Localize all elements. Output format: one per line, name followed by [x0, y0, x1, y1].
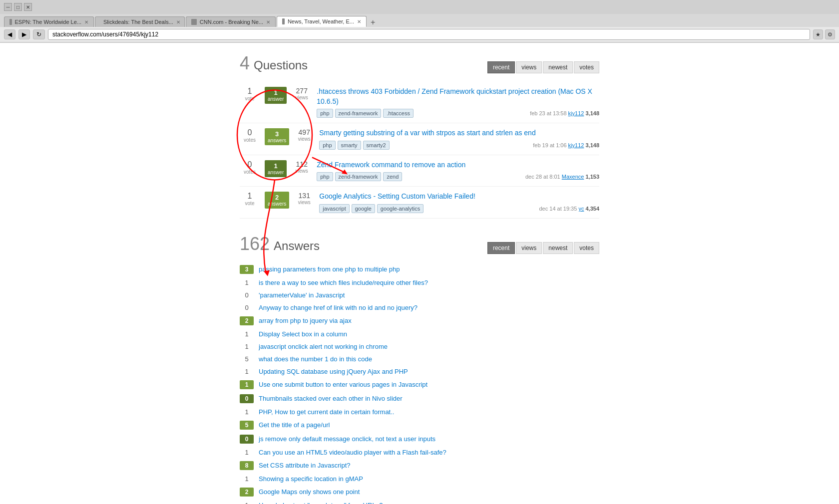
answer-row: 5 Get the title of a page/url: [240, 418, 599, 432]
minimize-btn[interactable]: ─: [4, 3, 12, 11]
tag[interactable]: zend: [383, 172, 402, 181]
tab-close-espn[interactable]: ✕: [84, 19, 88, 25]
answer-row: 5 what does the number 1 do in this code: [240, 353, 599, 365]
settings-icon[interactable]: ⚙: [825, 29, 835, 39]
answer-label: answer: [268, 96, 284, 102]
view-count: 277: [292, 87, 312, 95]
answer-text-link[interactable]: PHP, How to get current date in certain …: [259, 408, 394, 416]
answer-text-link[interactable]: Anyway to change href of link with no id…: [259, 304, 418, 311]
answer-text-link[interactable]: js remove only default message onclick, …: [259, 435, 435, 443]
answers-title: Answers: [274, 239, 320, 253]
sort-recent-btn[interactable]: recent: [487, 61, 515, 73]
answer-text-link[interactable]: array from php to jquery via ajax: [259, 317, 352, 324]
sort-votes-btn[interactable]: votes: [574, 61, 599, 73]
answers-sort-newest-btn[interactable]: newest: [543, 242, 573, 254]
user-link[interactable]: yc: [578, 206, 584, 212]
vote-label: votes: [240, 169, 260, 175]
answer-text-link[interactable]: Showing a specific location in gMAP: [259, 475, 363, 483]
view-section: 131 views: [294, 192, 314, 205]
question-title-link[interactable]: .htaccess throws 403 Forbidden / Zend Fr…: [317, 87, 592, 105]
star-icon[interactable]: ★: [813, 29, 823, 39]
answer-text-link[interactable]: Set CSS attribute in Javascript?: [259, 462, 351, 469]
answer-score-badge: 2: [240, 316, 254, 325]
answer-text-link[interactable]: Can you use an HTML5 video/audio player …: [259, 449, 446, 456]
forward-button[interactable]: ▶: [18, 29, 30, 39]
view-label: views: [292, 168, 312, 174]
view-count: 497: [294, 128, 314, 136]
tag[interactable]: php: [317, 172, 333, 181]
answer-score: 5: [240, 355, 254, 363]
answers-sort-views-btn[interactable]: views: [516, 242, 542, 254]
back-button[interactable]: ◀: [4, 29, 15, 39]
question-title-link[interactable]: Google Analytics - Setting Custom Variab…: [319, 192, 475, 200]
answer-text-link[interactable]: Updating SQL database using jQuery Ajax …: [259, 368, 408, 375]
reload-button[interactable]: ↻: [33, 29, 45, 39]
close-btn[interactable]: ✕: [24, 3, 32, 11]
answer-score: 1: [240, 368, 254, 375]
answer-score: 1: [240, 475, 254, 483]
question-details: Zend Framework command to remove an acti…: [317, 160, 599, 182]
answer-badge: 3 answers: [265, 128, 289, 145]
maximize-btn[interactable]: □: [14, 3, 22, 11]
tag[interactable]: google: [352, 204, 375, 213]
tab-close-cnn[interactable]: ✕: [266, 19, 270, 25]
user-link[interactable]: Maxence: [562, 174, 584, 180]
tag[interactable]: php: [317, 109, 333, 118]
view-count: 131: [294, 192, 314, 200]
tag[interactable]: smarty: [338, 141, 361, 150]
tab-bar: ESPN: The Worldwide Le... ✕ Slickdeals: …: [0, 14, 839, 27]
tab-slickdeals[interactable]: Slickdeals: The Best Deals... ✕: [95, 16, 185, 27]
vote-section: 1 vote: [240, 192, 260, 206]
tag[interactable]: php: [319, 141, 335, 150]
answer-score: 1: [240, 449, 254, 456]
tag[interactable]: .htaccess: [383, 109, 413, 118]
answer-text-link[interactable]: javascript onclick alert not working in …: [259, 343, 388, 350]
user-link[interactable]: kjy112: [568, 110, 584, 116]
answers-sort-votes-btn[interactable]: votes: [574, 242, 599, 254]
tab-label-espn: ESPN: The Worldwide Le...: [15, 19, 82, 25]
question-details: Smarty getting substring of a var with s…: [319, 128, 599, 150]
meta-info: dec 28 at 8:01 Maxence 1,153: [525, 174, 599, 180]
question-title-link[interactable]: Smarty getting substring of a var with s…: [319, 129, 535, 137]
answer-text-link[interactable]: Use one submit button to enter various p…: [259, 381, 427, 388]
tab-espn[interactable]: ESPN: The Worldwide Le... ✕: [4, 16, 94, 27]
view-section: 497 views: [294, 128, 314, 142]
new-tab-button[interactable]: +: [368, 18, 378, 27]
answer-row: 1 Updating SQL database using jQuery Aja…: [240, 365, 599, 378]
tab-close-active[interactable]: ✕: [357, 19, 361, 24]
answer-text-link[interactable]: is there a way to see which files includ…: [259, 279, 428, 286]
tag[interactable]: smarty2: [363, 141, 390, 150]
rep: 3,148: [585, 110, 599, 116]
tag[interactable]: zend-framework: [335, 109, 382, 118]
sort-newest-btn[interactable]: newest: [543, 61, 573, 73]
answer-text-link[interactable]: what does the number 1 do in this code: [259, 355, 372, 363]
tab-close-slickdeals[interactable]: ✕: [176, 19, 180, 25]
questions-count: 4: [240, 53, 250, 74]
answer-text-link[interactable]: 'parameterValue' in Javascript: [259, 291, 345, 299]
tag[interactable]: javascript: [319, 204, 349, 213]
tab-label-active: News, Travel, Weather, E...: [288, 18, 354, 24]
vote-section: 0 votes: [240, 160, 260, 175]
answer-text-link[interactable]: passing parameters from one php to multi…: [259, 265, 400, 273]
address-bar[interactable]: [48, 29, 810, 40]
tag[interactable]: zend-framework: [335, 172, 382, 181]
tab-cnn[interactable]: CNN.com - Breaking Ne... ✕: [186, 16, 276, 27]
tag[interactable]: google-analytics: [377, 204, 424, 213]
user-link[interactable]: kjy112: [568, 142, 584, 148]
answers-sort: recent views newest votes: [487, 242, 599, 254]
answers-sort-recent-btn[interactable]: recent: [487, 242, 515, 254]
answer-label: answers: [268, 201, 286, 207]
tab-active[interactable]: News, Travel, Weather, E... ✕: [277, 16, 367, 27]
answer-text-link[interactable]: How do I extract "search term" from URLs…: [259, 502, 383, 504]
answer-text-link[interactable]: Display Select box in a column: [259, 330, 347, 338]
sort-views-btn[interactable]: views: [516, 61, 542, 73]
answer-text-link[interactable]: Get the title of a page/url: [259, 421, 330, 429]
tab-label-slickdeals: Slickdeals: The Best Deals...: [103, 19, 173, 25]
answer-text-link[interactable]: Google Maps only shows one point: [259, 488, 360, 496]
answer-row: 1 is there a way to see which files incl…: [240, 276, 599, 289]
answer-score: 1: [240, 330, 254, 338]
answer-text-link[interactable]: Thumbnails stacked over each other in Ni…: [259, 395, 403, 402]
answer-badge: 1 answer: [265, 160, 287, 177]
answer-score-badge: 3: [240, 265, 254, 274]
question-title-link[interactable]: Zend Framework command to remove an acti…: [317, 161, 465, 169]
